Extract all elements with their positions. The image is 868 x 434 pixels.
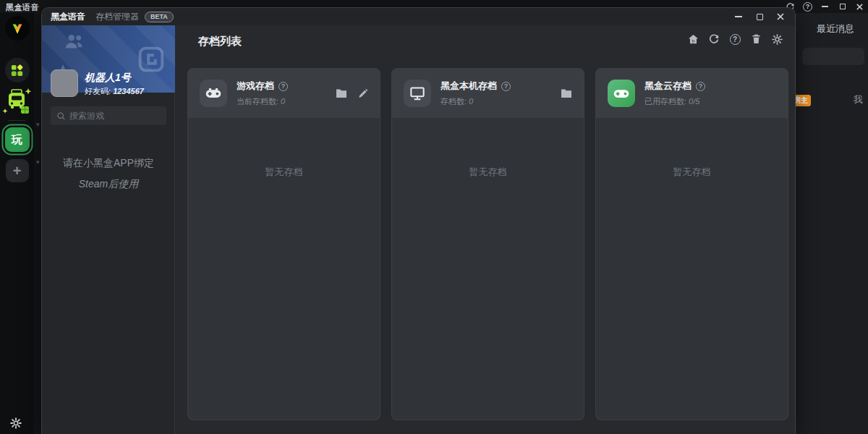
card-body: 暂无存档 [596, 118, 788, 179]
empty-state-text: 暂无存档 [673, 166, 711, 179]
user-name: 机器人1号 [85, 72, 131, 85]
save-manager-window: 黑盒语音 存档管理器 BETA [41, 7, 796, 434]
app-root: 黑盒语音 ? [0, 0, 868, 434]
help-icon[interactable]: ? [802, 1, 813, 12]
card-stat: 已用存档数:0/5 [644, 96, 705, 107]
card-stat: 存档数:0 [441, 96, 511, 107]
modal-minimize-icon[interactable] [733, 11, 744, 22]
settings-gear-icon[interactable] [9, 417, 22, 430]
game-library-icon[interactable] [5, 58, 30, 82]
app-title: 黑盒语音 [6, 2, 39, 13]
save-list-title: 存档列表 [198, 35, 242, 48]
card-stat: 当前存档数:0 [237, 96, 288, 107]
card-title: 游戏存档 [237, 80, 274, 93]
game-search-input[interactable] [69, 111, 156, 121]
beta-badge: BETA [145, 12, 174, 22]
card-title: 黑盒云存档 [644, 80, 692, 93]
search-icon [56, 111, 66, 121]
sidebar-divider [8, 120, 25, 121]
minimize-icon[interactable] [820, 1, 830, 12]
game-bus-icon[interactable] [2, 85, 33, 117]
empty-state-text: 暂无存档 [265, 166, 303, 179]
game-search-box [51, 106, 166, 125]
close-icon[interactable] [854, 1, 865, 12]
card-header: 黑盒云存档 ? 已用存档数:0/5 [596, 69, 788, 118]
card-body: 暂无存档 [188, 118, 380, 179]
card-header: 游戏存档 ? 当前存档数:0 [188, 69, 380, 118]
monitor-icon [404, 80, 431, 107]
message-search-bar[interactable] [802, 48, 864, 65]
save-list-content: 存档列表 ? [175, 25, 795, 434]
recent-messages-title: 最近消息 [817, 22, 854, 35]
save-manager-titlebar: 黑盒语音 存档管理器 BETA [42, 8, 795, 25]
bind-hint-line2: Steam后使用 [42, 174, 175, 195]
bind-hint-line1: 请在小黑盒APP绑定 [42, 153, 175, 174]
folder-icon[interactable] [561, 88, 572, 99]
card-title: 黑盒本机存档 [441, 80, 497, 93]
edit-icon[interactable] [357, 88, 368, 99]
avatar [51, 69, 78, 97]
play-tab-button[interactable]: 玩 [5, 127, 30, 152]
gear-icon[interactable] [770, 33, 783, 46]
modal-app-name: 黑盒语音 [51, 11, 85, 23]
game-save-card: 游戏存档 ? 当前存档数:0 [187, 68, 380, 420]
info-icon[interactable]: ? [696, 82, 705, 91]
maximize-icon[interactable] [837, 1, 848, 12]
home-icon[interactable] [686, 33, 699, 46]
trash-icon[interactable] [749, 33, 762, 46]
add-button[interactable]: + [6, 159, 29, 182]
save-cards-row: 游戏存档 ? 当前存档数:0 [187, 68, 788, 420]
modal-page-title: 存档管理器 [95, 11, 139, 23]
chevron-down-icon[interactable]: ▾ [36, 158, 40, 166]
recent-messages-panel: 最近消息 房主 我 [796, 13, 868, 434]
local-save-card: 黑盒本机存档 ? 存档数:0 [391, 68, 584, 420]
bind-hint: 请在小黑盒APP绑定 Steam后使用 [42, 153, 175, 195]
card-header: 黑盒本机存档 ? 存档数:0 [392, 69, 584, 118]
friend-code: 好友码: 1234567 [85, 86, 144, 97]
friend-code-value: 1234567 [113, 87, 144, 95]
cloud-save-card: 黑盒云存档 ? 已用存档数:0/5 暂无存档 [595, 68, 788, 420]
friend-code-label: 好友码: [85, 87, 111, 95]
app-sidebar: 玩 + [0, 13, 34, 434]
modal-maximize-icon[interactable] [754, 11, 765, 22]
modal-close-icon[interactable] [775, 11, 786, 22]
refresh-icon[interactable] [707, 33, 720, 46]
help-icon[interactable]: ? [728, 33, 741, 46]
info-icon[interactable]: ? [501, 82, 511, 91]
cloud-gamepad-icon [608, 80, 635, 107]
empty-state-text: 暂无存档 [469, 166, 507, 179]
folder-icon[interactable] [336, 88, 347, 99]
heybox-logo-icon[interactable] [5, 16, 30, 41]
card-body: 暂无存档 [392, 118, 584, 179]
info-icon[interactable]: ? [278, 82, 288, 91]
play-tab-label: 玩 [12, 133, 22, 147]
user-panel: 机器人1号 好友码: 1234567 请在小黑盒APP绑定 Steam后使用 [42, 25, 175, 434]
chevron-down-icon[interactable]: ▾ [36, 121, 40, 128]
me-label: 我 [854, 93, 863, 106]
add-button-label: + [13, 163, 22, 179]
gamepad-icon [200, 80, 227, 107]
